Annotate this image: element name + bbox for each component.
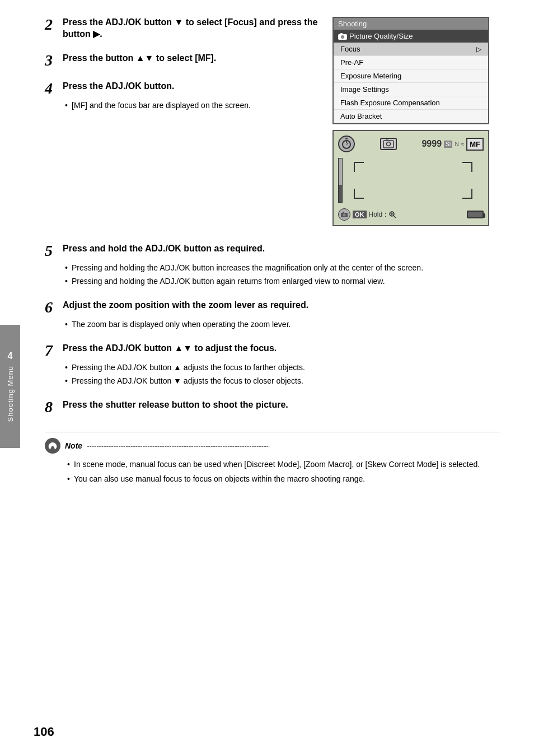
self-timer-icon: [338, 136, 355, 152]
step-5-title: Press and hold the ADJ./OK button as req…: [63, 243, 265, 255]
step-7-header: 7 Press the ADJ./OK button ▲▼ to adjust …: [45, 343, 500, 358]
corner-brackets: [343, 162, 484, 199]
step-6-bullet-1: The zoom bar is displayed only when oper…: [65, 319, 500, 330]
menu-item-label-3: Image Settings: [340, 85, 389, 94]
menu-header-label: Picture Quality/Size: [349, 32, 413, 40]
step-7-title: Press the ADJ./OK button ▲▼ to adjust th…: [63, 343, 277, 354]
note-dashes: ----------------------------------------…: [87, 442, 269, 450]
menu-item-arrow-0: ▷: [476, 45, 481, 53]
camera-screen: 9999 St N ≈ MF: [332, 130, 489, 226]
step-5-bullet-1: Pressing and holding the ADJ./OK button …: [65, 262, 500, 274]
photo-svg: [383, 139, 394, 148]
note-header: Note -----------------------------------…: [45, 438, 500, 454]
note-box: Note -----------------------------------…: [45, 432, 500, 486]
zoom-icon: [388, 211, 396, 218]
corner-br: [462, 189, 472, 199]
focus-bar-container: [338, 158, 343, 203]
focus-bar: [338, 158, 343, 203]
step-6-bullets: The zoom bar is displayed only when oper…: [65, 319, 500, 330]
step-6-number: 6: [45, 300, 58, 315]
colon-separator: :: [385, 211, 386, 218]
step-4-header: 4 Press the ADJ./OK button.: [45, 81, 321, 96]
step-7-bullet-2: Pressing the ADJ./OK button ▼ adjusts th…: [65, 375, 500, 387]
step-4: 4 Press the ADJ./OK button. [MF] and the…: [45, 81, 321, 111]
svg-point-11: [343, 214, 346, 217]
right-column: Shooting Picture Quality/Size Focus▷Pre-…: [332, 17, 500, 226]
step-5: 5 Press and hold the ADJ./OK button as r…: [45, 243, 500, 287]
note-bullets: In scene mode, manual focus can be used …: [67, 458, 500, 486]
note-icon: [45, 438, 60, 454]
step-7-bullets: Pressing the ADJ./OK button ▲ adjusts th…: [65, 362, 500, 387]
step-7-bullet-1: Pressing the ADJ./OK button ▲ adjusts th…: [65, 362, 500, 374]
step-5-bullet-2: Pressing and holding the ADJ./OK button …: [65, 276, 500, 287]
svg-point-8: [386, 142, 390, 146]
camera-right-info: 9999 St N ≈ MF: [421, 138, 484, 151]
ok-label: OK: [353, 211, 367, 218]
step-8-header: 8 Press the shutter release button to sh…: [45, 399, 500, 415]
camera-top-bar: 9999 St N ≈ MF: [338, 136, 484, 152]
shot-count: 9999: [421, 139, 442, 149]
step-3: 3 Press the button ▲▼ to select [MF].: [45, 53, 321, 68]
menu-item-label-2: Exposure Metering: [340, 72, 401, 80]
step-8: 8 Press the shutter release button to sh…: [45, 399, 500, 415]
menu-item-label-0: Focus: [340, 45, 360, 53]
svg-rect-9: [386, 139, 388, 141]
top-section: 2 Press the ADJ./OK button ▼ to select […: [45, 17, 500, 226]
step-3-header: 3 Press the button ▲▼ to select [MF].: [45, 53, 321, 68]
mf-badge: MF: [466, 138, 484, 151]
step-2-header: 2 Press the ADJ./OK button ▼ to select […: [45, 17, 321, 40]
step-7-number: 7: [45, 343, 58, 358]
note-svg: [48, 441, 57, 450]
menu-item-5: Auto Bracket: [334, 110, 488, 123]
step-5-number: 5: [45, 243, 58, 259]
step-6-header: 6 Adjust the zoom position with the zoom…: [45, 300, 500, 315]
note-bullet-1: In scene mode, manual focus can be used …: [67, 458, 500, 470]
step-8-number: 8: [45, 399, 58, 415]
menu-item-3: Image Settings: [334, 83, 488, 96]
self-timer-svg: [341, 138, 352, 150]
menu-item-label-4: Flash Exposure Compensation: [340, 99, 440, 107]
battery-icon: [467, 211, 484, 218]
step-5-header: 5 Press and hold the ADJ./OK button as r…: [45, 243, 500, 259]
note-title: Note: [65, 441, 82, 450]
step-5-bullets: Pressing and holding the ADJ./OK button …: [65, 262, 500, 287]
step-2-number: 2: [45, 17, 58, 32]
step-6-title: Adjust the zoom position with the zoom l…: [63, 300, 308, 311]
step-8-title: Press the shutter release button to shoo…: [63, 399, 288, 411]
step-3-title: Press the button ▲▼ to select [MF].: [63, 53, 216, 64]
camera-icon: [338, 33, 347, 40]
quality-label: St: [444, 141, 452, 148]
step-4-bullet-1: [MF] and the focus bar are displayed on …: [65, 100, 321, 111]
focus-bar-fill: [339, 185, 342, 202]
menu-title-bar: Shooting: [334, 18, 488, 30]
menu-item-label-5: Auto Bracket: [340, 112, 382, 120]
left-column: 2 Press the ADJ./OK button ▼ to select […: [45, 17, 321, 226]
step-4-bullets: [MF] and the focus bar are displayed on …: [65, 100, 321, 111]
step-4-title: Press the ADJ./OK button.: [63, 81, 174, 92]
svg-point-1: [341, 35, 344, 39]
bottom-sections: 5 Press and hold the ADJ./OK button as r…: [45, 243, 500, 486]
menu-panel: Shooting Picture Quality/Size Focus▷Pre-…: [332, 17, 489, 124]
step-3-number: 3: [45, 53, 58, 68]
hold-label: Hold: [369, 211, 383, 218]
step-6: 6 Adjust the zoom position with the zoom…: [45, 300, 500, 330]
step-2-title: Press the ADJ./OK button ▼ to select [Fo…: [63, 17, 321, 40]
mini-camera-svg: [341, 212, 348, 217]
menu-item-1: Pre-AF: [334, 56, 488, 69]
note-bullet-2: You can also use manual focus to focus o…: [67, 473, 500, 485]
wave-icon: ≈: [461, 141, 465, 147]
page-container: 2 Press the ADJ./OK button ▼ to select […: [0, 0, 534, 756]
menu-items: Focus▷Pre-AFExposure MeteringImage Setti…: [334, 43, 488, 123]
menu-item-0: Focus▷: [334, 43, 488, 56]
svg-rect-2: [340, 33, 343, 35]
step-7: 7 Press the ADJ./OK button ▲▼ to adjust …: [45, 343, 500, 387]
bottom-camera-icon: [338, 208, 350, 221]
camera-middle: [338, 158, 484, 203]
step-2: 2 Press the ADJ./OK button ▼ to select […: [45, 17, 321, 40]
menu-item-4: Flash Exposure Compensation: [334, 96, 488, 110]
camera-bottom-left: OK Hold :: [338, 208, 396, 221]
camera-bottom: OK Hold :: [338, 208, 484, 221]
corner-tl: [354, 162, 364, 172]
menu-item-2: Exposure Metering: [334, 69, 488, 83]
photo-icon: [380, 138, 397, 150]
